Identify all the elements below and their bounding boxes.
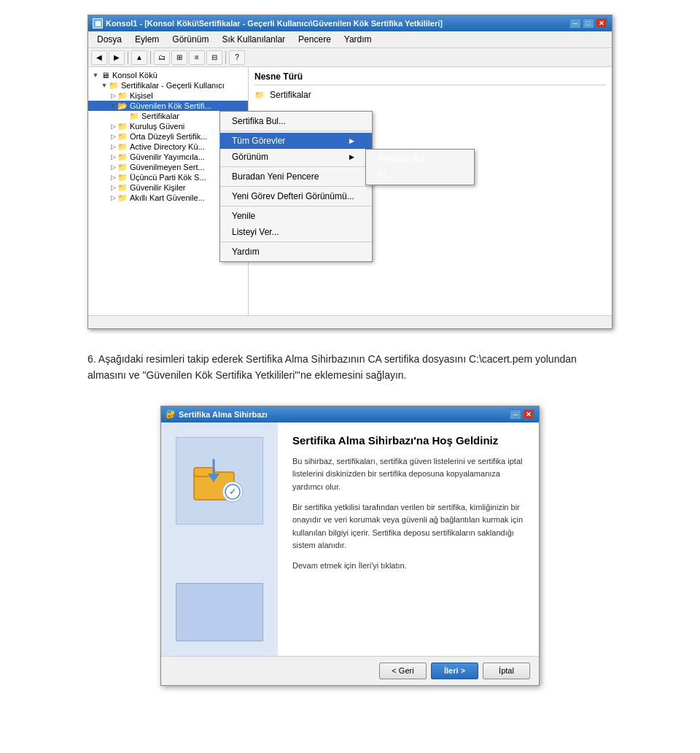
mmc-toolbar: ◀ ▶ ▲ 🗂 ⊞ ≡ ⊟ ? bbox=[88, 48, 612, 67]
expand-guvenilir-yay[interactable]: ▷ bbox=[109, 152, 117, 161]
context-menu: Sertifika Bul... Tüm Görevler ▶ Sertifik… bbox=[219, 111, 373, 262]
expand-sertifikalar[interactable]: ▼ bbox=[100, 81, 109, 90]
body-paragraph: Aşağıdaki resimleri takip ederek Sertifi… bbox=[88, 353, 577, 381]
folder-icon-5: 📁 bbox=[117, 132, 128, 141]
folder-icon-9: 📁 bbox=[117, 173, 128, 182]
tree-label-6: Active Directory Kü... bbox=[130, 142, 205, 151]
cancel-button[interactable]: İptal bbox=[483, 663, 530, 679]
toolbar-sep-3 bbox=[225, 51, 226, 64]
mmc-content: ▼ 🖥 Konsol Kökü ▼ 📁 Sertifikalar - Geçer… bbox=[88, 67, 612, 315]
svg-text:✓: ✓ bbox=[229, 487, 236, 497]
folder-icon-11: 📁 bbox=[117, 193, 128, 202]
toolbar-sep-1 bbox=[128, 51, 128, 64]
wizard-close[interactable]: ✕ bbox=[523, 409, 534, 420]
folder-icon-0: 📁 bbox=[109, 81, 119, 90]
minimize-button[interactable]: ─ bbox=[569, 18, 581, 28]
mmc-icon: ▦ bbox=[93, 18, 103, 28]
titlebar-buttons: ─ □ ✕ bbox=[569, 18, 607, 28]
right-folder-icon: 📁 bbox=[254, 90, 265, 99]
tree-label-7: Güvenilir Yayımcıla... bbox=[130, 152, 205, 161]
next-button[interactable]: İleri > bbox=[431, 663, 478, 679]
cm-yeni-pencere[interactable]: Buradan Yeni Pencere bbox=[220, 169, 372, 185]
tree-sertifikalar-gecerli[interactable]: ▼ 📁 Sertifikalar - Geçerli Kullanıcı bbox=[88, 80, 248, 90]
show-hide-tree[interactable]: 🗂 bbox=[154, 50, 170, 65]
tree-label-5: Orta Düzeyli Sertifik... bbox=[130, 132, 207, 141]
tree-label-4: Kuruluş Güveni bbox=[130, 122, 184, 131]
expand-ad[interactable]: ▷ bbox=[109, 142, 117, 151]
tree-root[interactable]: ▼ 🖥 Konsol Kökü bbox=[88, 70, 248, 80]
cm-sep-2 bbox=[220, 166, 372, 167]
menu-dosya[interactable]: Dosya bbox=[91, 33, 128, 46]
tree-label-0: Sertifikalar - Geçerli Kullanıcı bbox=[121, 81, 225, 90]
tree-label-2: Güvenilen Kök Sertifi... bbox=[130, 101, 211, 110]
mmc-titlebar: ▦ Konsol1 - [Konsol Kökü\Sertifikalar - … bbox=[88, 15, 612, 31]
cm-listeyi-ver[interactable]: Listeyi Ver... bbox=[220, 224, 372, 240]
cm-yenile[interactable]: Yenile bbox=[220, 208, 372, 224]
folder-icon-7: 📁 bbox=[117, 152, 128, 161]
expand-guvenilen[interactable]: ▼ bbox=[109, 101, 117, 110]
close-button[interactable]: ✕ bbox=[596, 18, 607, 28]
expand-kisiler[interactable]: ▷ bbox=[109, 183, 117, 192]
right-pane-header: Nesne Türü bbox=[254, 70, 606, 85]
wizard-minimize[interactable]: ─ bbox=[510, 409, 521, 420]
wizard-right-panel: Sertifika Alma Sihirbazı'na Hoş Geldiniz… bbox=[278, 422, 539, 656]
menu-sik[interactable]: Sık Kullanılanlar bbox=[216, 33, 291, 46]
expand-sertifikalar-sub bbox=[120, 112, 129, 120]
tree-label-9: Üçüncü Parti Kök S... bbox=[130, 173, 206, 182]
forward-button[interactable]: ▶ bbox=[109, 50, 125, 65]
toolbar-sep-2 bbox=[150, 51, 151, 64]
expand-root[interactable]: ▼ bbox=[91, 71, 100, 80]
folder-icon-4: 📁 bbox=[117, 122, 128, 131]
cm-yeni-gorev[interactable]: Yeni Görev Defteri Görünümü... bbox=[220, 188, 372, 204]
cm-sertifika-bul[interactable]: Sertifika Bul... bbox=[220, 113, 372, 129]
toolbar-btn4[interactable]: ≡ bbox=[189, 50, 205, 65]
submenu-al[interactable]: Al... bbox=[366, 167, 474, 183]
folder-icon-8: 📁 bbox=[117, 163, 128, 171]
wizard-titlebar-left: 🔐 Sertifika Alma Sihirbazı bbox=[166, 409, 268, 419]
wizard-icon-svg: ✓ bbox=[190, 452, 249, 510]
back-button[interactable]: < Geri bbox=[379, 663, 427, 679]
folder-icon-1: 📁 bbox=[117, 91, 128, 100]
folder-icon-10: 📁 bbox=[117, 183, 128, 192]
toolbar-btn3[interactable]: ⊞ bbox=[171, 50, 187, 65]
cm-arrow-1: ▶ bbox=[349, 137, 354, 144]
mmc-menubar: Dosya Eylem Görünüm Sık Kullanılanlar Pe… bbox=[88, 31, 612, 48]
menu-yardim[interactable]: Yardım bbox=[338, 33, 378, 46]
help-button[interactable]: ? bbox=[229, 50, 245, 65]
expand-kisisel[interactable]: ▷ bbox=[109, 91, 117, 100]
cm-gorunum[interactable]: Görünüm ▶ bbox=[220, 149, 372, 165]
right-item-label: Sertifikalar bbox=[270, 90, 311, 100]
menu-eylem[interactable]: Eylem bbox=[129, 33, 165, 46]
tree-root-label: Konsol Kökü bbox=[112, 71, 158, 80]
tree-label-11: Akıllı Kart Güvenile... bbox=[130, 193, 205, 202]
back-button[interactable]: ◀ bbox=[91, 50, 107, 65]
tree-kisisel[interactable]: ▷ 📁 Kişisel bbox=[88, 90, 248, 101]
cm-tum-gorevler[interactable]: Tüm Görevler ▶ Sertifika Bul... Al... bbox=[220, 133, 372, 149]
tree-label-1: Kişisel bbox=[130, 91, 153, 100]
wizard-footer: < Geri İleri > İptal bbox=[161, 656, 539, 685]
wizard-icon-area: ✓ bbox=[176, 437, 263, 525]
cm-sep-3 bbox=[220, 186, 372, 187]
toolbar-btn5[interactable]: ⊟ bbox=[206, 50, 222, 65]
tree-label-10: Güvenilir Kişiler bbox=[130, 183, 185, 192]
expand-kurulus[interactable]: ▷ bbox=[109, 122, 117, 131]
expand-guvenilmeyen[interactable]: ▷ bbox=[109, 163, 117, 171]
menu-gorunum[interactable]: Görünüm bbox=[166, 33, 214, 46]
wizard-para-2: Bir sertifika yetkilisi tarafından veril… bbox=[292, 501, 524, 552]
expand-orta[interactable]: ▷ bbox=[109, 132, 117, 141]
tree-guvenilen[interactable]: ▼ 📂 Güvenilen Kök Sertifi... bbox=[88, 101, 248, 111]
mmc-titlebar-left: ▦ Konsol1 - [Konsol Kökü\Sertifikalar - … bbox=[93, 18, 443, 28]
root-folder-icon: 🖥 bbox=[100, 71, 110, 80]
wizard-left-panel: ✓ bbox=[161, 422, 278, 656]
mmc-title: Konsol1 - [Konsol Kökü\Sertifikalar - Ge… bbox=[106, 19, 443, 28]
cm-sep-5 bbox=[220, 242, 372, 242]
up-button[interactable]: ▲ bbox=[131, 50, 147, 65]
cm-yardim[interactable]: Yardım bbox=[220, 244, 372, 260]
expand-akilli[interactable]: ▷ bbox=[109, 193, 117, 202]
folder-icon-2: 📂 bbox=[117, 101, 128, 110]
mmc-statusbar bbox=[88, 315, 612, 328]
expand-ucuncu[interactable]: ▷ bbox=[109, 173, 117, 182]
maximize-button[interactable]: □ bbox=[583, 18, 594, 28]
menu-pencere[interactable]: Pencere bbox=[292, 33, 337, 46]
submenu-sertifika-bul[interactable]: Sertifika Bul... bbox=[366, 151, 474, 167]
